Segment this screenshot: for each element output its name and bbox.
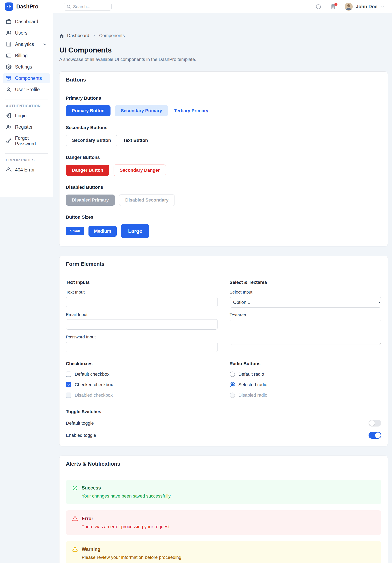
danger-button[interactable]: Danger Button xyxy=(66,165,109,176)
password-input[interactable] xyxy=(66,342,218,352)
textarea-input[interactable] xyxy=(230,320,381,345)
toggles-block: Toggle Switches Default toggle Enabled t… xyxy=(66,409,381,439)
toggle-off[interactable] xyxy=(368,420,381,426)
user-menu[interactable]: John Doe xyxy=(345,3,385,11)
analytics-expand[interactable] xyxy=(43,42,47,47)
chevron-down-icon xyxy=(380,4,385,9)
home-icon[interactable] xyxy=(59,33,64,38)
sidebar-section-error-pages: ERROR PAGES xyxy=(0,156,53,165)
disabled-checkbox-row: Disabled checkbox xyxy=(66,393,218,398)
primary-button[interactable]: Primary Button xyxy=(66,105,111,116)
credit-card-icon xyxy=(6,53,12,58)
default-toggle-row: Default toggle xyxy=(66,420,381,426)
sidebar-item-analytics[interactable]: Analytics xyxy=(3,39,50,49)
sidebar-item-settings[interactable]: Settings xyxy=(3,62,50,72)
theme-toggle-button[interactable] xyxy=(316,4,321,10)
sidebar-item-404-error[interactable]: 404 Error xyxy=(3,165,50,175)
disabled-primary-button: Disabled Primary xyxy=(66,194,115,206)
notifications-button[interactable] xyxy=(330,4,336,10)
sidebar-item-forgot-password[interactable]: Forgot Password xyxy=(3,133,50,149)
text-inputs-label: Text Inputs xyxy=(66,280,218,285)
checked-checkbox-row[interactable]: Checked checkbox xyxy=(66,382,218,387)
sidebar-item-user-profile[interactable]: User Profile xyxy=(3,85,50,94)
sidebar-item-register[interactable]: Register xyxy=(3,122,50,132)
tertiary-primary-button[interactable]: Tertiary Primary xyxy=(172,105,210,116)
user-plus-icon xyxy=(6,124,12,130)
theme-icon xyxy=(316,4,321,10)
page-content: Dashboard Components UI Components A sho… xyxy=(53,13,392,563)
topbar: John Doe xyxy=(53,0,392,13)
checkbox-disabled xyxy=(66,393,71,398)
alert-triangle-icon xyxy=(72,516,78,521)
textarea-label: Textarea xyxy=(230,312,381,317)
archive-box-icon xyxy=(6,75,12,81)
select-textarea-label: Select & Textarea xyxy=(230,280,381,285)
checkboxes-block: Checkboxes Default checkbox Checked chec… xyxy=(66,361,218,399)
toggle-on[interactable] xyxy=(368,432,381,439)
key-icon xyxy=(6,138,12,144)
breadcrumb-dashboard-link[interactable]: Dashboard xyxy=(67,33,89,38)
sidebar-nav: Dashboard Users Analytics Billing Settin… xyxy=(0,13,53,97)
page-subtitle: A showcase of all available UI component… xyxy=(59,57,388,62)
breadcrumb: Dashboard Components xyxy=(59,33,388,38)
secondary-button[interactable]: Secondary Button xyxy=(66,135,117,146)
text-input[interactable] xyxy=(66,297,218,307)
sidebar-item-login[interactable]: Login xyxy=(3,111,50,121)
button-sizes-label: Button Sizes xyxy=(66,215,381,220)
notification-badge-dot xyxy=(334,3,338,6)
secondary-buttons-label: Secondary Buttons xyxy=(66,125,381,130)
danger-buttons-label: Danger Buttons xyxy=(66,155,381,160)
dashpro-logo-icon xyxy=(5,2,13,11)
checkbox-unchecked[interactable] xyxy=(66,371,71,377)
select-textarea-column: Select & Textarea Select Input Option 1 … xyxy=(230,280,381,352)
default-checkbox-row[interactable]: Default checkbox xyxy=(66,371,218,377)
chevron-down-icon xyxy=(43,42,47,47)
sidebar-header: DashPro xyxy=(0,0,53,13)
main-area: John Doe Dashboard Components UI Compone… xyxy=(53,0,392,563)
secondary-primary-button[interactable]: Secondary Primary xyxy=(115,105,168,116)
radio-selected[interactable] xyxy=(230,382,235,387)
check-circle-icon xyxy=(72,485,78,491)
selected-radio-row[interactable]: Selected radio xyxy=(230,382,381,387)
sidebar-error-nav: 404 Error xyxy=(0,165,53,177)
primary-buttons-label: Primary Buttons xyxy=(66,96,381,101)
radio-buttons-label: Radio Buttons xyxy=(230,361,381,366)
error-alert: Error There was an error processing your… xyxy=(66,510,381,535)
email-input[interactable] xyxy=(66,319,218,330)
checkbox-checked[interactable] xyxy=(66,382,71,387)
user-menu-chevron xyxy=(380,4,385,9)
large-button[interactable]: Large xyxy=(121,224,149,238)
sidebar-item-billing[interactable]: Billing xyxy=(3,51,50,61)
user-name: John Doe xyxy=(356,4,377,10)
login-icon xyxy=(6,113,12,119)
page-title: UI Components xyxy=(59,46,388,54)
select-input-label: Select Input xyxy=(230,290,381,294)
check-icon xyxy=(67,383,70,387)
form-elements-card-title: Form Elements xyxy=(60,256,388,272)
users-icon xyxy=(6,30,12,36)
select-input[interactable]: Option 1 xyxy=(230,297,381,307)
warning-triangle-icon xyxy=(6,167,12,173)
warning-alert: Warning Please review your information b… xyxy=(66,541,381,563)
disabled-secondary-button: Disabled Secondary xyxy=(119,194,175,206)
topbar-right: John Doe xyxy=(316,3,385,11)
sidebar-divider-2 xyxy=(5,153,48,154)
radio-disabled xyxy=(230,393,235,398)
secondary-danger-button[interactable]: Secondary Danger xyxy=(114,165,166,176)
sidebar-item-components[interactable]: Components xyxy=(3,73,50,83)
text-button[interactable]: Text Button xyxy=(121,135,150,146)
sidebar-item-dashboard[interactable]: Dashboard xyxy=(3,17,50,26)
breadcrumb-current: Components xyxy=(99,33,125,38)
text-inputs-column: Text Inputs Text Input Email Input Passw… xyxy=(66,280,218,352)
buttons-card-title: Buttons xyxy=(60,72,388,88)
radio-unselected[interactable] xyxy=(230,371,235,377)
disabled-buttons-label: Disabled Buttons xyxy=(66,185,381,190)
user-avatar xyxy=(345,3,353,11)
sidebar-item-users[interactable]: Users xyxy=(3,28,50,38)
small-button[interactable]: Small xyxy=(66,227,84,235)
email-input-label: Email Input xyxy=(66,312,218,317)
form-elements-card: Form Elements Text Inputs Text Input Ema… xyxy=(59,256,388,446)
default-radio-row[interactable]: Default radio xyxy=(230,371,381,377)
bar-chart-icon xyxy=(6,41,12,47)
medium-button[interactable]: Medium xyxy=(89,226,117,237)
